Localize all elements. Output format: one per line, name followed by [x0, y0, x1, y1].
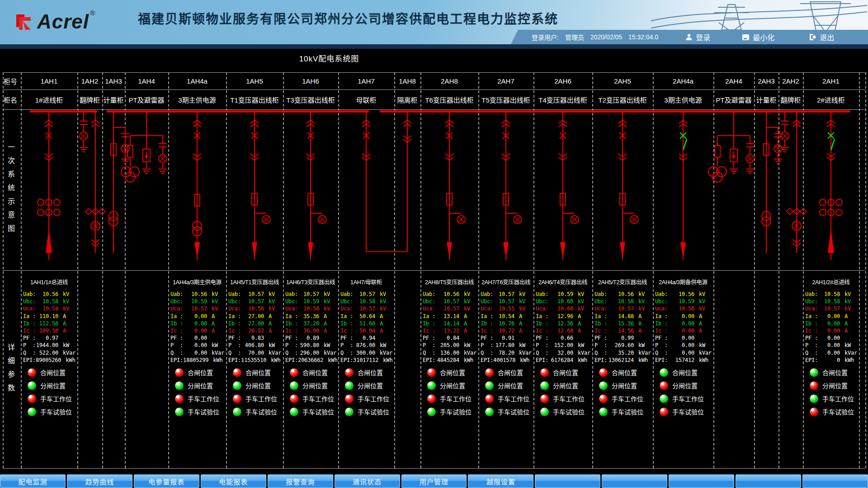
nav-button[interactable]: 越限设置 — [468, 474, 533, 488]
measure-unit: kVar — [635, 349, 651, 357]
grid-vsep — [102, 72, 103, 468]
cabinet-id-cell: 1AH4 — [125, 72, 168, 89]
measure-value: 10.56 — [607, 291, 634, 298]
trademark-symbol: ® — [90, 9, 95, 17]
measure-row: P :406.80 kW — [227, 342, 282, 349]
measure-value: 112.50 — [36, 320, 58, 327]
login-button[interactable]: 登录 — [685, 32, 710, 42]
measure-unit: kV — [208, 291, 224, 298]
measure-value: 10.57 — [435, 305, 459, 312]
grid-vsep — [653, 72, 654, 468]
status-led-label: 分闸位置 — [188, 381, 213, 390]
cabinet-name-cell: 翻牌柜 — [778, 89, 803, 109]
nav-button-blank[interactable] — [736, 474, 801, 488]
nav-button[interactable]: 用户管理 — [401, 474, 467, 488]
measure-row: Uab:10.56 kV — [170, 291, 225, 298]
nav-button[interactable]: 趋势曲线 — [67, 474, 132, 488]
acrel-logo-icon — [13, 8, 37, 33]
cabinet-name-cell: 计量柜 — [754, 89, 778, 109]
status-led — [540, 408, 549, 416]
status-led-label: 手车工作位 — [498, 394, 529, 403]
measure-row: Uab:10.59 kV — [535, 291, 591, 298]
measure-label: PF : — [481, 334, 493, 342]
measure-label: EPI: — [340, 357, 353, 364]
nav-button[interactable]: 通讯状态 — [335, 474, 400, 488]
measure-unit: kWh — [210, 357, 224, 364]
status-led-row: 分闸位置 — [660, 381, 712, 390]
measure-value: 0.00 — [183, 342, 207, 349]
status-led-label: 合闸位置 — [498, 368, 523, 377]
measure-row: Ib :12.36 A — [535, 320, 591, 327]
time-value: 15:32:04.0 — [628, 33, 658, 41]
status-led-row: 手车试验位 — [485, 407, 532, 416]
measure-label: P : — [285, 342, 298, 349]
measure-value: 10.57 — [241, 291, 264, 298]
measure-row: Ubc:10.58 kV — [594, 298, 651, 305]
measure-value: 269.60 — [607, 342, 634, 349]
cabinet-id-cell: 1AH6 — [283, 72, 338, 89]
measure-row: P :205.00 kW — [422, 342, 477, 349]
nav-button-blank[interactable] — [535, 474, 600, 488]
status-led-label: 手车工作位 — [612, 394, 643, 403]
status-led — [290, 394, 298, 403]
measure-value: 10.56 — [435, 291, 459, 298]
measure-label: Uab: — [423, 291, 435, 298]
measure-label: Q : — [805, 349, 818, 357]
measure-row: Ubc:10.59 kV — [284, 298, 337, 305]
measure-unit: kVar — [321, 349, 336, 357]
nav-button-blank[interactable] — [602, 474, 667, 488]
measure-row: Q :0.00 kVar — [170, 349, 225, 357]
nav-button[interactable]: 报警查询 — [268, 474, 333, 488]
measure-row: Ia :35.36 A — [284, 313, 337, 320]
status-led — [427, 368, 436, 377]
measure-row: Ia :27.00 A — [227, 313, 282, 320]
measure-label: PF : — [228, 334, 241, 342]
measure-value: 10.57 — [435, 298, 459, 305]
measure-value: 10.56 — [668, 305, 694, 312]
measure-label: Uca: — [228, 305, 241, 312]
measure-row: Ubc:10.57 kV — [422, 298, 477, 305]
status-led-label: 手车工作位 — [358, 394, 389, 403]
status-led — [660, 394, 668, 403]
status-led-label: 手车试验位 — [498, 407, 529, 416]
measure-unit: A — [635, 313, 651, 320]
measure-unit: kW — [265, 342, 281, 349]
measure-label: Ubc: — [285, 298, 298, 305]
status-led — [427, 381, 436, 390]
nav-button[interactable]: 电参量报表 — [134, 474, 199, 488]
status-led — [485, 368, 494, 377]
status-led-row: 手车工作位 — [810, 394, 858, 403]
measure-row: Ia :13.14 A — [422, 313, 477, 320]
measure-row: Ic :10.72 A — [480, 327, 532, 334]
measure-label: Q : — [23, 349, 36, 357]
measure-value: 36.00 — [298, 327, 319, 334]
measure-label: Ib : — [805, 320, 818, 327]
measure-row: Q :300.00 kVar — [340, 349, 393, 357]
exit-button[interactable]: 退出 — [809, 32, 834, 42]
measure-label: Ia : — [536, 313, 548, 320]
measure-row: Ia :0.00 A — [654, 313, 712, 320]
minimize-button[interactable]: 最小化 — [742, 32, 774, 42]
grid-vsep — [394, 72, 395, 468]
measure-row: P :152.00 kW — [535, 342, 591, 349]
measure-value: 406.80 — [241, 342, 264, 349]
nav-button[interactable]: 配电监测 — [0, 474, 66, 488]
cabinet-id-cell: 2AH2 — [778, 72, 803, 89]
measure-row: Ib :0.00 A — [654, 320, 712, 327]
status-led-label: 合闸位置 — [302, 368, 328, 377]
status-led-label: 合闸位置 — [553, 368, 578, 377]
grid-vsep — [592, 72, 593, 468]
status-led-row: 手车试验位 — [233, 407, 282, 416]
measure-unit: kV — [265, 305, 281, 312]
nav-button-blank[interactable] — [802, 474, 868, 488]
measure-label: Uab: — [228, 291, 241, 298]
status-led-row: 合闸位置 — [427, 368, 477, 377]
status-led-row: 分闸位置 — [540, 381, 591, 390]
detail-panel: 1AH4a/3期主供电源Uab:10.56 kVUbc:10.59 kVUca:… — [170, 271, 225, 468]
measure-unit: kV — [575, 298, 590, 305]
nav-button-blank[interactable] — [669, 474, 734, 488]
status-led — [810, 408, 818, 416]
status-led-row: 分闸位置 — [233, 381, 282, 390]
nav-button[interactable]: 电能报表 — [201, 474, 266, 488]
cabinet-name-cell: 2#进线柜 — [803, 89, 859, 109]
